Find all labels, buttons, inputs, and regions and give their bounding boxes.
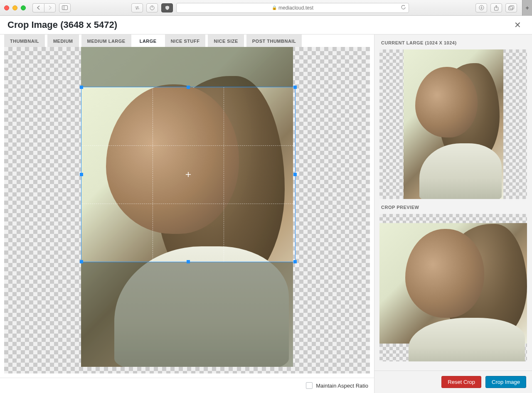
current-large-preview	[379, 49, 527, 199]
tab-nice-stuff[interactable]: NICE STUFF	[165, 34, 206, 47]
crop-preview-heading: CROP PREVIEW	[374, 199, 532, 214]
close-button[interactable]: ✕	[511, 18, 525, 32]
url-bar[interactable]: 🔒 mediacloud.test	[176, 3, 409, 13]
aspect-ratio-checkbox[interactable]	[306, 382, 313, 389]
chevron-right-icon	[48, 5, 52, 10]
downloads-button[interactable]	[475, 3, 487, 12]
preview-panel: CURRENT LARGE (1024 X 1024) CROP PREVIEW…	[374, 34, 532, 393]
forward-button[interactable]	[44, 3, 56, 12]
aspect-ratio-label: Maintain Aspect Ratio	[316, 383, 368, 389]
download-icon	[479, 5, 484, 10]
sidebar-icon	[62, 5, 68, 10]
crop-preview	[379, 214, 527, 361]
crop-handle-bottom-right[interactable]	[293, 260, 297, 263]
crop-center-cross	[186, 172, 191, 177]
power-icon	[150, 5, 155, 10]
svg-rect-0	[62, 6, 68, 10]
crop-handle-middle-right[interactable]	[293, 173, 297, 176]
tab-medium-large[interactable]: MEDIUM LARGE	[81, 34, 131, 47]
close-window-button[interactable]	[4, 5, 9, 10]
tab-post-thumbnail[interactable]: POST THUMBNAIL	[246, 34, 302, 47]
crop-preview-image	[379, 223, 527, 344]
crop-handle-bottom-left[interactable]	[80, 260, 83, 263]
sidebar-toggle-button[interactable]	[59, 3, 71, 12]
tab-nice-size[interactable]: NICE SIZE	[208, 34, 244, 47]
svg-rect-6	[509, 7, 513, 10]
tabs-icon	[508, 5, 514, 10]
chevron-left-icon	[37, 5, 40, 10]
close-icon: ✕	[514, 20, 521, 29]
browser-chrome: 🔒 mediacloud.test +	[0, 0, 532, 16]
back-button[interactable]	[32, 3, 44, 12]
crop-handle-top-left[interactable]	[80, 86, 83, 89]
refresh-icon[interactable]	[401, 5, 406, 11]
crop-canvas[interactable]	[4, 47, 370, 373]
crop-selection[interactable]	[81, 87, 296, 262]
lock-icon: 🔒	[272, 5, 277, 10]
crop-panel: THUMBNAIL MEDIUM MEDIUM LARGE LARGE NICE…	[0, 34, 374, 393]
modal-header: Crop Image (3648 x 5472) ✕	[0, 16, 532, 34]
share-icon	[494, 5, 499, 11]
nav-back-forward	[32, 3, 56, 12]
crop-handle-top-right[interactable]	[293, 86, 297, 89]
crop-image-button[interactable]: Crop Image	[485, 376, 526, 388]
page-title: Crop Image (3648 x 5472)	[7, 20, 117, 30]
power-button[interactable]	[146, 3, 158, 12]
shield-button[interactable]	[161, 3, 173, 12]
crop-options-footer: Maintain Aspect Ratio	[0, 378, 374, 393]
tab-medium[interactable]: MEDIUM	[47, 34, 79, 47]
share-button[interactable]	[490, 3, 502, 12]
maximize-window-button[interactable]	[21, 5, 26, 10]
tabs-button[interactable]	[505, 3, 517, 12]
current-large-image	[404, 49, 503, 199]
swap-icon	[134, 5, 140, 10]
preview-footer: Reset Crop Crop Image	[374, 371, 532, 393]
window-controls	[4, 5, 26, 10]
size-tabs: THUMBNAIL MEDIUM MEDIUM LARGE LARGE NICE…	[0, 34, 374, 47]
current-large-heading: CURRENT LARGE (1024 X 1024)	[374, 34, 532, 49]
svg-rect-7	[510, 5, 514, 9]
tab-thumbnail[interactable]: THUMBNAIL	[4, 34, 45, 47]
reset-crop-button[interactable]: Reset Crop	[441, 376, 481, 388]
crop-handle-top-middle[interactable]	[187, 86, 190, 89]
minimize-window-button[interactable]	[12, 5, 17, 10]
shield-icon	[165, 5, 170, 10]
url-host-text: mediacloud.test	[278, 5, 313, 11]
new-tab-button[interactable]: +	[522, 0, 532, 16]
crop-handle-middle-left[interactable]	[80, 173, 83, 176]
tab-large[interactable]: LARGE	[134, 34, 163, 47]
privacy-report-button[interactable]	[131, 3, 143, 12]
crop-handle-bottom-middle[interactable]	[187, 260, 190, 263]
